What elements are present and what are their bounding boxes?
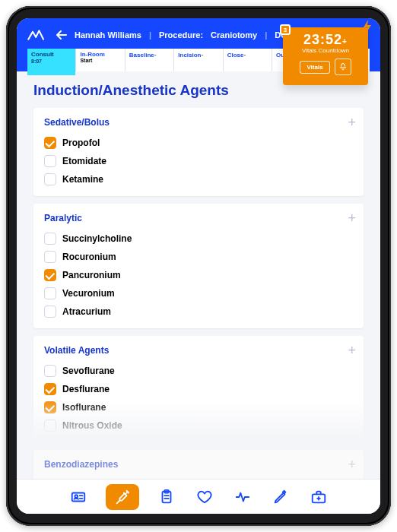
agent-row[interactable]: Ketamine (44, 170, 353, 188)
alerts-bell-button[interactable] (335, 59, 351, 75)
agent-row[interactable]: Isoflurane (44, 398, 353, 416)
header-separator: | (149, 30, 151, 40)
nav-pen-icon[interactable] (270, 486, 291, 508)
app-screen: Hannah Williams | Procedure: Craniotomy … (17, 18, 380, 514)
nav-briefcase-medical-icon[interactable] (308, 486, 329, 508)
section-title: Benzodiazepines (44, 459, 353, 470)
agent-row[interactable]: Pancuronium (44, 266, 353, 284)
vitals-label: Vitals Countdown (289, 47, 362, 54)
app-logo-icon (27, 29, 49, 41)
agent-name: Succinylcholine (62, 233, 132, 244)
agent-row[interactable]: Propofol (44, 134, 353, 152)
checkbox[interactable] (44, 383, 56, 395)
timeline-step-1[interactable]: In-RoomStart (76, 49, 125, 71)
checkbox[interactable] (44, 287, 56, 299)
bolt-icon (362, 20, 373, 33)
agent-sections: Sedative/Bolus+PropofolEtomidateKetamine… (33, 108, 364, 479)
add-item-icon[interactable]: + (348, 344, 356, 357)
timeline-step-3[interactable]: Incision- (174, 49, 223, 71)
agent-name: Sevoflurane (62, 366, 115, 376)
vitals-time-suffix: + (342, 37, 348, 46)
agent-name: Nitrous Oxide (62, 420, 122, 431)
agent-name: Propofol (62, 138, 100, 148)
patient-name[interactable]: Hannah Williams (75, 30, 141, 40)
svg-point-1 (75, 495, 78, 498)
vitals-button[interactable]: Vitals (300, 61, 329, 74)
timeline-step-0[interactable]: Consult8:07 (27, 49, 76, 71)
section-card: Benzodiazepines+ (33, 450, 364, 479)
agent-row[interactable]: Etomidate (44, 152, 353, 170)
agent-row[interactable]: Vecuronium (44, 284, 353, 302)
procedure-value: Craniotomy (211, 30, 257, 40)
back-icon[interactable] (56, 30, 67, 40)
nav-heart-icon[interactable] (194, 486, 215, 508)
vitals-time-value: 23:52 (303, 32, 342, 47)
add-item-icon[interactable]: + (348, 458, 356, 471)
nav-pulse-icon[interactable] (232, 486, 253, 508)
agent-row[interactable]: Desflurane (44, 380, 353, 398)
svg-rect-0 (72, 492, 85, 501)
agent-row[interactable]: Nitrous Oxide (44, 416, 353, 435)
add-item-icon[interactable]: + (348, 211, 356, 225)
agent-name: Etomidate (62, 156, 106, 166)
agent-name: Rocuronium (62, 252, 116, 262)
agent-row[interactable]: Atracurium (44, 302, 353, 321)
agent-row[interactable]: Rocuronium (44, 248, 353, 266)
tablet-frame: Hannah Williams | Procedure: Craniotomy … (6, 6, 391, 526)
vitals-footer: Vitals (289, 59, 362, 75)
nav-id-card-icon[interactable] (68, 486, 89, 508)
timeline-step-4[interactable]: Close- (224, 49, 272, 71)
add-item-icon[interactable]: + (348, 116, 356, 129)
agent-row[interactable]: Succinylcholine (44, 230, 353, 248)
checkbox[interactable] (44, 365, 56, 377)
agent-name: Atracurium (62, 306, 111, 317)
checkbox[interactable] (44, 420, 56, 432)
section-title: Paralytic (44, 213, 353, 223)
main-content: Induction/Anesthetic Agents Sedative/Bol… (17, 71, 380, 479)
vitals-countdown-card[interactable]: 3 23:52+ Vitals Countdown Vitals (283, 27, 368, 85)
nav-syringe-icon[interactable] (106, 484, 139, 510)
timeline-step-2[interactable]: Baseline- (125, 49, 174, 71)
checkbox[interactable] (44, 233, 56, 245)
agent-row[interactable]: Sevoflurane (44, 362, 353, 380)
agent-name: Vecuronium (62, 288, 115, 299)
section-title: Volatile Agents (44, 345, 353, 356)
checkbox[interactable] (44, 155, 56, 167)
agent-name: Isoflurane (62, 402, 106, 413)
bottom-nav (17, 479, 380, 514)
section-title: Sedative/Bolus (44, 117, 353, 128)
procedure-label: Procedure: (159, 30, 203, 40)
vitals-time: 23:52+ (289, 32, 362, 48)
app-header: Hannah Williams | Procedure: Craniotomy … (17, 18, 380, 71)
checkbox[interactable] (44, 269, 56, 281)
checkbox[interactable] (44, 401, 56, 413)
agent-name: Ketamine (62, 174, 103, 185)
header-separator: | (265, 30, 267, 40)
agent-name: Pancuronium (62, 270, 121, 280)
checkbox[interactable] (44, 173, 56, 185)
section-card: Sedative/Bolus+PropofolEtomidateKetamine (33, 108, 364, 196)
section-card: Paralytic+SuccinylcholineRocuroniumPancu… (33, 204, 364, 328)
nav-clipboard-icon[interactable] (156, 486, 177, 508)
checkbox[interactable] (44, 306, 56, 318)
checkbox[interactable] (44, 137, 56, 149)
checkbox[interactable] (44, 251, 56, 263)
agent-name: Desflurane (62, 384, 110, 394)
vitals-badge-count: 3 (280, 24, 291, 35)
section-card: Volatile Agents+SevofluraneDesfluraneIso… (33, 336, 364, 442)
